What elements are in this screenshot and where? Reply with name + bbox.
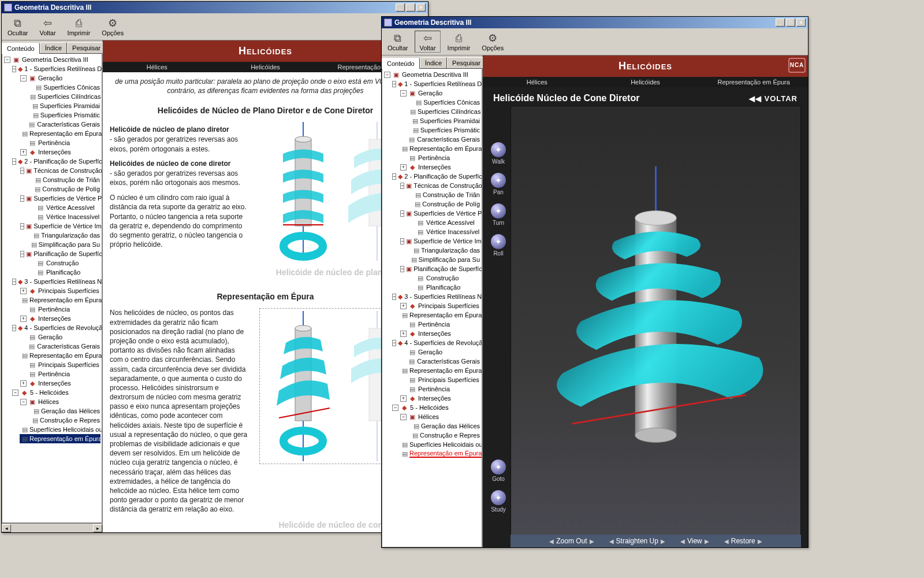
tree-node[interactable]: −◆2 - Planificação de Superfícies — [12, 157, 100, 166]
print-button[interactable]: ⎙Imprimir — [63, 16, 95, 38]
tree-node[interactable]: ▤Simplificação para Su — [408, 255, 480, 264]
collapse-icon[interactable]: − — [12, 66, 16, 72]
tab-index[interactable]: Índice — [40, 42, 67, 53]
collapse-icon[interactable]: − — [384, 72, 390, 78]
options-button[interactable]: ⚙Opções — [477, 31, 508, 53]
collapse-icon[interactable]: − — [392, 81, 396, 87]
tree-node[interactable]: ▤Vértice Acessível — [28, 203, 100, 212]
scroll-right-button[interactable]: ▸ — [93, 524, 102, 532]
viewer-tool-walk[interactable]: ✦Walk — [489, 142, 508, 165]
tree-node[interactable]: −◆3 - Superfícies Retilíneas Não — [12, 277, 100, 286]
tree-node[interactable]: ▤Características Gerais — [400, 135, 480, 144]
expand-icon[interactable]: + — [400, 303, 407, 309]
tree-node[interactable]: ▤Planificação — [408, 283, 480, 292]
tree-node[interactable]: ▤Pertinência — [20, 369, 100, 379]
tree-node[interactable]: +◆Interseções — [400, 162, 480, 172]
minimize-button[interactable]: _ — [776, 18, 785, 27]
tree-node[interactable]: −▣Geração — [400, 88, 480, 98]
tree-node[interactable]: −▣Superfície de Vértice Imp — [20, 221, 100, 231]
tree-node[interactable]: ▤Geração — [20, 332, 100, 342]
tree-node[interactable]: ▤Planificação — [28, 268, 100, 277]
subnav-epura[interactable]: Representação em Épura — [699, 77, 808, 87]
tree-node[interactable]: ▤Superfícies Prismátic — [408, 125, 480, 135]
expand-icon[interactable]: + — [400, 164, 407, 171]
expand-icon[interactable]: + — [20, 380, 27, 387]
tree-node[interactable]: ▤Superfícies Cilíndricas — [408, 107, 480, 116]
tree-node[interactable]: ▤Superfícies Cônicas — [28, 83, 100, 92]
tree-node[interactable]: ▤Representação em Épura — [20, 295, 100, 305]
tree-node[interactable]: ▤Superfícies Helicoidais ou — [400, 440, 480, 449]
tree-node[interactable]: ▤Vértice Inacessível — [28, 212, 100, 221]
collapse-icon[interactable]: − — [392, 405, 398, 411]
expand-icon[interactable]: + — [400, 331, 407, 337]
tree-node[interactable]: ▤Representação em Épura — [400, 449, 480, 458]
tree-node[interactable]: +◆Interseções — [20, 379, 100, 388]
tree-node[interactable]: +◆Interseções — [20, 147, 100, 157]
tree-node[interactable]: +◆Interseções — [400, 329, 480, 338]
collapse-icon[interactable]: − — [12, 279, 16, 285]
tree-node[interactable]: −▣Técnicas de Construção e — [400, 181, 480, 190]
horizontal-scrollbar[interactable]: ◂ ▸ — [2, 523, 102, 532]
tree-node[interactable]: ▤Características Gerais — [20, 342, 100, 351]
collapse-icon[interactable]: − — [20, 75, 27, 81]
collapse-icon[interactable]: − — [400, 183, 404, 189]
tree-node[interactable]: −◆1 - Superfícies Retilíneas Dese — [392, 79, 480, 88]
collapse-icon[interactable]: − — [4, 57, 10, 63]
viewer-bottom-zoom-out[interactable]: ◀Zoom Out▶ — [547, 537, 596, 545]
scroll-left-button[interactable]: ◂ — [2, 524, 11, 532]
tree-node[interactable]: ▤Características Gerais — [20, 120, 100, 129]
tree-node[interactable]: ▤Superfícies Prismátic — [28, 110, 100, 120]
collapse-icon[interactable]: − — [20, 195, 24, 202]
tree-node[interactable]: ▤Principais Superfícies — [400, 375, 480, 384]
tree-node[interactable]: +◆Principais Superfícies — [400, 301, 480, 310]
tree-node[interactable]: ▤Construção — [408, 273, 480, 283]
close-button[interactable]: × — [416, 3, 426, 12]
content-pane[interactable]: Helicóides Hélices Helicóides Representa… — [103, 40, 428, 532]
tree-node[interactable]: ▤Geração — [400, 347, 480, 357]
tree-node[interactable]: ▤Representação em Épura — [20, 351, 100, 360]
tree-node[interactable]: ▤Triangularização das — [28, 231, 100, 240]
subnav-helicoides[interactable]: Helicóides — [591, 77, 700, 87]
collapse-icon[interactable]: − — [400, 210, 404, 217]
tree-node[interactable]: ▤Construção e Repres — [408, 431, 480, 440]
collapse-icon[interactable]: − — [400, 266, 404, 272]
tree-node[interactable]: ▤Principais Superfícies — [20, 360, 100, 369]
tree-node[interactable]: −◆3 - Superfícies Retilíneas Não — [392, 292, 480, 301]
tree-node[interactable]: ▤Construção e Repres — [28, 416, 100, 425]
tree-node[interactable]: +◆Principais Superfícies — [20, 286, 100, 295]
tree-node[interactable]: −▣Superfície de Vértice Imp — [400, 236, 480, 246]
tree-node[interactable]: ▤Pertinência — [400, 384, 480, 394]
tree-node[interactable]: ▤Características Gerais — [400, 357, 480, 366]
tree-node[interactable]: +◆Interseções — [20, 314, 100, 323]
viewer-3d-canvas[interactable] — [511, 106, 801, 547]
expand-icon[interactable]: + — [20, 288, 27, 294]
subnav-helices[interactable]: Hélices — [103, 62, 211, 72]
collapse-icon[interactable]: − — [20, 168, 24, 174]
tree-node[interactable]: ▤Construção — [28, 258, 100, 268]
tree-node[interactable]: ▤Pertinência — [400, 320, 480, 329]
tree-node[interactable]: ▤Construção de Políg — [408, 199, 480, 209]
tree-node[interactable]: ▤Geração das Hélices — [408, 421, 480, 431]
tree-node[interactable]: ▤Construção de Políg — [28, 184, 100, 194]
tree-node[interactable]: ▤Geração das Hélices — [28, 406, 100, 416]
tree-node[interactable]: ▤Construção de Triân — [28, 175, 100, 184]
tree-node[interactable]: ▤Pertinência — [20, 138, 100, 147]
tree-node[interactable]: ▤Vértice Acessível — [408, 218, 480, 227]
tree-node[interactable]: ▤Superfícies Cilíndricas — [28, 92, 100, 101]
tab-search[interactable]: Pesquisar — [67, 42, 106, 53]
tree-node[interactable]: ▤Triangularização das — [408, 246, 480, 255]
viewer-bottom-restore[interactable]: ◀Restore▶ — [722, 537, 765, 545]
tree-pane[interactable]: −▣Geometria Descritiva III−◆1 - Superfíc… — [2, 53, 102, 523]
tree-node[interactable]: −◆5 - Helicóides — [12, 388, 100, 397]
viewer-tool-pan[interactable]: ✦Pan — [489, 173, 508, 195]
tree-node[interactable]: −▣Geração — [20, 73, 100, 83]
tree-node[interactable]: −▣Planificação de Superfícies — [400, 264, 480, 273]
print-button[interactable]: ⎙Imprimir — [443, 31, 475, 53]
hide-button[interactable]: ⧉Ocultar — [383, 31, 412, 53]
tab-search[interactable]: Pesquisar — [447, 57, 486, 68]
tree-node[interactable]: ▤Superfícies Cônicas — [408, 98, 480, 107]
tree-node[interactable]: ▤Vértice Inacessível — [408, 227, 480, 236]
tree-node[interactable]: −▣Superfícies de Vértice Pr — [20, 194, 100, 203]
tree-node[interactable]: −▣Geometria Descritiva III — [3, 55, 100, 64]
collapse-icon[interactable]: − — [400, 414, 407, 420]
